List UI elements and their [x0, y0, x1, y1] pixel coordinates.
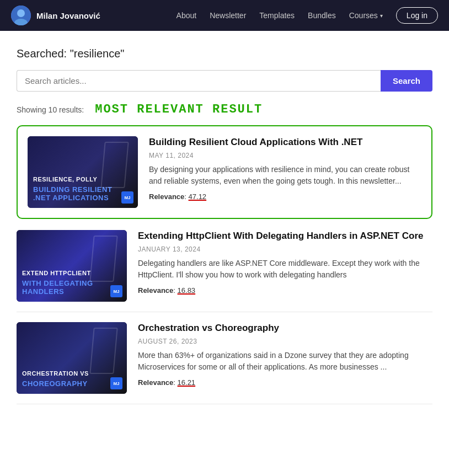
- nav-links: About Newsletter Templates Bundles Cours…: [177, 7, 438, 24]
- card-relevance-3: Relevance: 16.21: [138, 378, 432, 387]
- nav-link-about[interactable]: About: [177, 11, 197, 20]
- svg-point-1: [17, 9, 25, 17]
- thumb-badge-2: MJ: [110, 285, 122, 297]
- search-button[interactable]: Search: [381, 70, 432, 92]
- card-relevance-2: Relevance: 16.83: [138, 286, 432, 295]
- login-button[interactable]: Log in: [396, 7, 438, 24]
- search-input[interactable]: [17, 70, 381, 92]
- card-title-2[interactable]: Extending HttpClient With Delegating Han…: [138, 230, 432, 242]
- card-date-1: MAY 11, 2024: [149, 152, 421, 159]
- search-bar: Search: [17, 70, 432, 92]
- relevance-value-1: 47.12: [189, 192, 207, 201]
- card-description-2: Delegating handlers are like ASP.NET Cor…: [138, 258, 432, 281]
- card-info-2: Extending HttpClient With Delegating Han…: [138, 230, 432, 295]
- thumb-title-bottom-1: BUILDING RESILIENT.NET APPLICATIONS: [33, 185, 132, 202]
- relevance-value-3: 16.21: [178, 378, 196, 387]
- result-card-2: EXTEND HTTPCLIENT WITH DELEGATINGHANDLER…: [17, 220, 432, 312]
- card-thumbnail-3: ORCHESTRATION VS CHOREOGRAPHY MJ: [17, 322, 127, 394]
- thumb-title-bottom-2: WITH DELEGATINGHANDLERS: [22, 279, 121, 296]
- result-card-3: ORCHESTRATION VS CHOREOGRAPHY MJ Orchest…: [17, 312, 432, 404]
- avatar: [11, 6, 31, 25]
- nav-brand: Milan Jovanović: [11, 6, 100, 25]
- nav-link-newsletter[interactable]: Newsletter: [210, 11, 246, 20]
- main-content: Searched: "resilience" Search Showing 10…: [0, 31, 449, 415]
- thumb-title-top-1: RESILIENCE, POLLY: [33, 176, 132, 183]
- search-query: "resilience": [70, 47, 125, 60]
- result-card-1: RESILIENCE, POLLY BUILDING RESILIENT.NET…: [17, 125, 432, 219]
- thumb-title-bottom-3: CHOREOGRAPHY: [22, 379, 121, 388]
- card-info-1: Building Resilient Cloud Applications Wi…: [149, 136, 421, 201]
- results-header: Showing 10 results: MOST RELEVANT RESULT: [17, 103, 432, 116]
- navbar: Milan Jovanović About Newsletter Templat…: [0, 0, 449, 31]
- thumb-badge-3: MJ: [110, 377, 122, 389]
- card-description-1: By designing your applications with resi…: [149, 164, 421, 187]
- card-date-2: JANUARY 13, 2024: [138, 245, 432, 253]
- thumb-title-top-3: ORCHESTRATION VS: [22, 370, 121, 377]
- card-thumbnail-2: EXTEND HTTPCLIENT WITH DELEGATINGHANDLER…: [17, 230, 127, 302]
- card-title-1[interactable]: Building Resilient Cloud Applications Wi…: [149, 136, 421, 148]
- card-info-3: Orchestration vs Choreography AUGUST 26,…: [138, 322, 432, 387]
- thumb-title-top-2: EXTEND HTTPCLIENT: [22, 270, 121, 277]
- nav-link-courses[interactable]: Courses ▾: [349, 11, 383, 20]
- nav-link-templates[interactable]: Templates: [259, 11, 295, 20]
- chevron-down-icon: ▾: [380, 13, 383, 19]
- card-date-3: AUGUST 26, 2023: [138, 338, 432, 345]
- card-title-3[interactable]: Orchestration vs Choreography: [138, 322, 432, 334]
- brand-name: Milan Jovanović: [36, 11, 100, 20]
- showing-text: Showing 10 results:: [17, 105, 84, 114]
- search-title: Searched: "resilience": [17, 47, 432, 60]
- card-relevance-1: Relevance: 47.12: [149, 192, 421, 201]
- card-description-3: More than 63%+ of organizations said in …: [138, 350, 432, 373]
- nav-link-bundles[interactable]: Bundles: [308, 11, 336, 20]
- relevance-value-2: 16.83: [178, 286, 196, 295]
- card-thumbnail-1: RESILIENCE, POLLY BUILDING RESILIENT.NET…: [28, 136, 138, 208]
- thumb-badge-1: MJ: [121, 191, 133, 204]
- most-relevant-label: MOST RELEVANT RESULT: [95, 103, 263, 116]
